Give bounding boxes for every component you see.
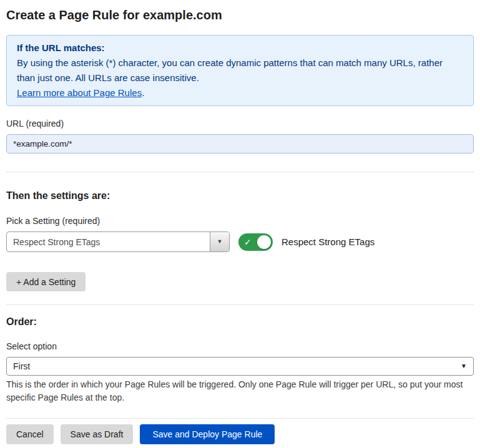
info-box-body: By using the asterisk (*) character, you… — [17, 56, 463, 85]
setting-select-value: Respect Strong ETags — [7, 232, 210, 251]
setting-select[interactable]: Respect Strong ETags ▼ — [6, 231, 230, 252]
check-icon: ✓ — [244, 238, 252, 246]
divider — [6, 172, 474, 172]
etags-toggle[interactable]: ✓ — [238, 233, 273, 251]
setting-row: Respect Strong ETags ▼ ✓ Respect Strong … — [6, 231, 474, 252]
create-page-rule-form: Create a Page Rule for example.com If th… — [0, 0, 480, 448]
divider — [6, 418, 474, 419]
pick-setting-label: Pick a Setting (required) — [6, 216, 474, 226]
page-title: Create a Page Rule for example.com — [6, 7, 474, 22]
settings-heading: Then the settings are: — [6, 190, 474, 202]
etags-toggle-label: Respect Strong ETags — [282, 236, 375, 247]
url-label: URL (required) — [6, 119, 474, 129]
footer-actions: Cancel Save as Draft Save and Deploy Pag… — [6, 424, 474, 444]
divider — [6, 304, 474, 305]
order-select[interactable]: First ▼ — [6, 357, 474, 376]
toggle-knob — [257, 235, 271, 249]
order-help-text: This is the order in which your Page Rul… — [6, 378, 468, 404]
order-select-label: Select option — [6, 341, 474, 352]
add-setting-button[interactable]: + Add a Setting — [6, 272, 86, 291]
order-select-value: First — [13, 361, 30, 371]
link-period: . — [142, 87, 144, 98]
chevron-down-icon: ▼ — [461, 363, 467, 369]
order-heading: Order: — [6, 316, 474, 328]
info-box: If the URL matches: By using the asteris… — [6, 35, 474, 106]
setting-select-caret-button[interactable]: ▼ — [210, 232, 229, 251]
info-box-heading: If the URL matches: — [17, 41, 463, 56]
cancel-button[interactable]: Cancel — [6, 424, 54, 444]
chevron-down-icon: ▼ — [217, 239, 223, 245]
url-input[interactable] — [6, 134, 474, 153]
save-draft-button[interactable]: Save as Draft — [61, 424, 134, 444]
save-deploy-button[interactable]: Save and Deploy Page Rule — [140, 424, 275, 444]
learn-more-link[interactable]: Learn more about Page Rules — [17, 87, 142, 98]
info-link-line: Learn more about Page Rules. — [17, 85, 463, 100]
